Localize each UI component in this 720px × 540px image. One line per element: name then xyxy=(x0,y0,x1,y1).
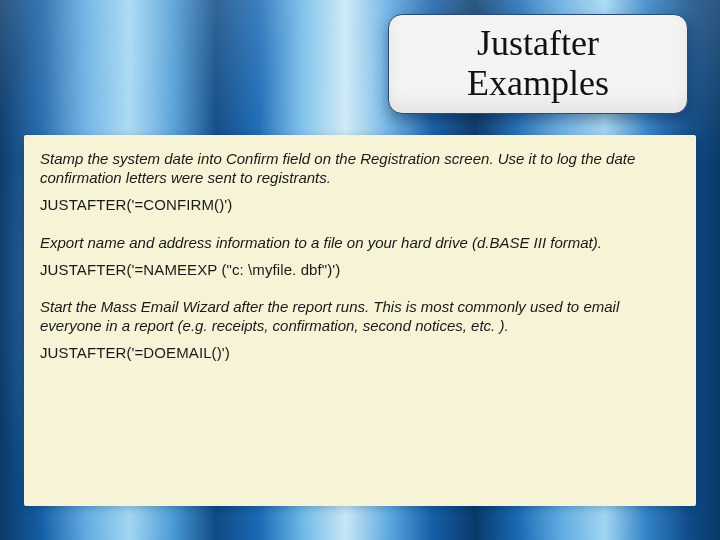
example-description: Start the Mass Email Wizard after the re… xyxy=(40,297,680,335)
example-code: JUSTAFTER('=DOEMAIL()') xyxy=(40,343,680,362)
example-code: JUSTAFTER('=CONFIRM()') xyxy=(40,195,680,214)
example-description: Stamp the system date into Confirm field… xyxy=(40,149,680,187)
example-code: JUSTAFTER('=NAMEEXP ("c: \myfile. dbf")'… xyxy=(40,260,680,279)
slide-title: Justafter Examples xyxy=(407,24,669,103)
example-block: Stamp the system date into Confirm field… xyxy=(40,149,680,215)
example-block: Export name and address information to a… xyxy=(40,233,680,279)
content-card: Stamp the system date into Confirm field… xyxy=(24,135,696,506)
title-box: Justafter Examples xyxy=(388,14,688,114)
example-description: Export name and address information to a… xyxy=(40,233,680,252)
example-block: Start the Mass Email Wizard after the re… xyxy=(40,297,680,363)
